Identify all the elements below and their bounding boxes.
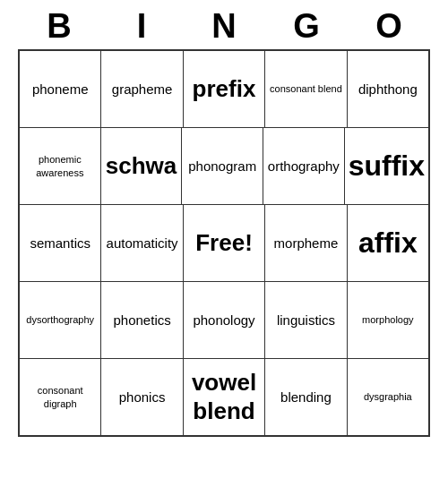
cell-3-1: phonetics: [101, 282, 183, 358]
cell-text-0-1: grapheme: [112, 81, 173, 98]
cell-2-0: semantics: [20, 205, 101, 281]
letter-o: O: [353, 7, 425, 46]
cell-text-4-1: phonics: [119, 389, 166, 406]
cell-text-2-0: semantics: [30, 235, 90, 252]
cell-4-2: vowel blend: [184, 359, 265, 435]
bingo-header: B I N G O: [18, 0, 430, 49]
cell-1-4: suffix: [345, 128, 428, 204]
cell-text-4-0: consonant digraph: [23, 384, 97, 410]
cell-text-4-3: blending: [280, 389, 332, 406]
cell-text-1-4: suffix: [349, 149, 425, 183]
cell-2-1: automaticity: [101, 205, 183, 281]
cell-text-1-3: orthography: [268, 158, 340, 175]
cell-text-2-4: affix: [358, 226, 418, 260]
cell-0-2: prefix: [184, 51, 265, 127]
cell-text-1-1: schwa: [106, 152, 177, 180]
cell-text-2-3: morpheme: [274, 235, 339, 252]
bingo-grid: phonemegraphemeprefixconsonant blenddiph…: [18, 49, 430, 437]
cell-text-4-2: vowel blend: [187, 369, 261, 424]
cell-0-0: phoneme: [20, 51, 101, 127]
row-3: dysorthographyphoneticsphonologylinguist…: [20, 282, 428, 359]
cell-4-3: blending: [265, 359, 347, 435]
row-1: phonemic awarenessschwaphonogramorthogra…: [20, 128, 428, 205]
cell-2-4: affix: [348, 205, 428, 281]
row-0: phonemegraphemeprefixconsonant blenddiph…: [20, 51, 428, 128]
row-4: consonant digraphphonicsvowel blendblend…: [20, 359, 428, 435]
cell-1-3: orthography: [263, 128, 345, 204]
cell-4-4: dysgraphia: [348, 359, 428, 435]
cell-text-3-0: dysorthography: [26, 313, 94, 326]
cell-4-1: phonics: [101, 359, 183, 435]
cell-3-0: dysorthography: [20, 282, 101, 358]
cell-text-3-3: linguistics: [277, 312, 335, 329]
cell-4-0: consonant digraph: [20, 359, 101, 435]
cell-0-3: consonant blend: [265, 51, 347, 127]
letter-g: G: [271, 7, 342, 46]
cell-0-1: grapheme: [101, 51, 183, 127]
cell-2-2: Free!: [184, 205, 265, 281]
row-2: semanticsautomaticityFree!morphemeaffix: [20, 205, 428, 282]
cell-3-4: morphology: [348, 282, 428, 358]
cell-text-0-0: phoneme: [32, 81, 89, 98]
cell-text-0-4: diphthong: [358, 81, 418, 98]
cell-text-2-2: Free!: [195, 229, 253, 257]
letter-n: N: [188, 7, 260, 46]
cell-1-1: schwa: [101, 128, 183, 204]
cell-text-0-2: prefix: [193, 75, 256, 103]
letter-b: B: [23, 7, 95, 46]
letter-i: I: [106, 7, 177, 46]
cell-3-3: linguistics: [265, 282, 347, 358]
cell-1-0: phonemic awareness: [20, 128, 101, 204]
cell-text-3-2: phonology: [193, 312, 254, 329]
cell-text-0-3: consonant blend: [270, 82, 342, 95]
cell-2-3: morpheme: [265, 205, 347, 281]
cell-1-2: phonogram: [182, 128, 263, 204]
cell-text-1-0: phonemic awareness: [23, 153, 97, 179]
cell-3-2: phonology: [184, 282, 265, 358]
cell-text-1-2: phonogram: [188, 158, 256, 175]
cell-text-2-1: automaticity: [107, 235, 178, 252]
cell-text-3-4: morphology: [362, 313, 413, 326]
cell-text-3-1: phonetics: [114, 312, 171, 329]
cell-text-4-4: dysgraphia: [364, 390, 412, 403]
cell-0-4: diphthong: [348, 51, 428, 127]
